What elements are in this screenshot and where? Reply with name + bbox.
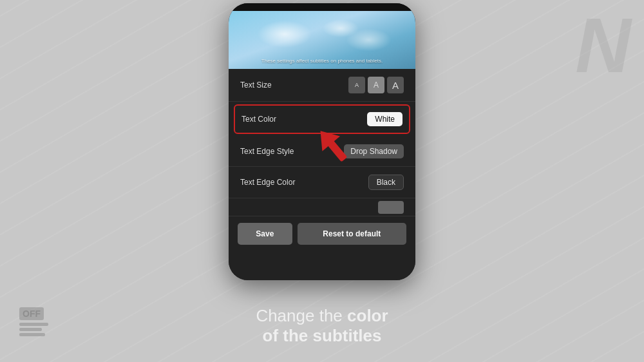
text-size-medium-button[interactable]: A <box>368 77 384 93</box>
text-edge-color-label: Text Edge Color <box>240 178 295 187</box>
bottom-caption: Change the color of the subtitles <box>256 306 388 346</box>
text-size-medium-icon: A <box>374 81 379 90</box>
phone-notch <box>303 5 341 10</box>
netflix-watermark: N <box>575 6 631 84</box>
preview-subtitle-text: These settings affect subtitles on phone… <box>261 58 383 64</box>
save-button[interactable]: Save <box>238 223 292 245</box>
caption-line1-bold: color <box>347 306 388 325</box>
partial-control <box>378 201 404 214</box>
text-color-row[interactable]: Text Color White <box>234 104 410 134</box>
text-edge-color-value[interactable]: Black <box>368 175 404 190</box>
text-size-small-icon: A <box>355 82 359 88</box>
caption-line2: of the subtitles <box>256 326 388 346</box>
reset-button[interactable]: Reset to default <box>298 223 406 245</box>
text-size-small-button[interactable]: A <box>348 77 365 93</box>
text-edge-color-row[interactable]: Text Edge Color Black <box>229 167 415 198</box>
text-size-large-icon: A <box>392 80 399 91</box>
text-size-row: Text Size A A A <box>229 69 415 102</box>
partial-row <box>229 198 415 216</box>
text-color-value[interactable]: White <box>367 112 402 126</box>
settings-panel: Text Size A A A Text Color White Text Ed… <box>229 69 415 280</box>
text-color-label: Text Color <box>242 115 276 124</box>
text-edge-style-value[interactable]: Drop Shadow <box>344 144 404 158</box>
text-size-label: Text Size <box>240 81 272 90</box>
text-size-control: A A A <box>348 77 404 93</box>
text-edge-style-row[interactable]: Text Edge Style Drop Shadow <box>229 137 415 167</box>
caption-line1: Change the color <box>256 306 388 326</box>
phone-preview: These settings affect subtitles on phone… <box>229 11 415 69</box>
phone-top-bar <box>229 3 415 11</box>
text-edge-style-label: Text Edge Style <box>240 147 294 156</box>
phone-device: These settings affect subtitles on phone… <box>229 3 415 280</box>
action-buttons: Save Reset to default <box>229 216 415 254</box>
off-icon: OFF <box>19 307 48 336</box>
text-size-large-button[interactable]: A <box>387 77 404 93</box>
